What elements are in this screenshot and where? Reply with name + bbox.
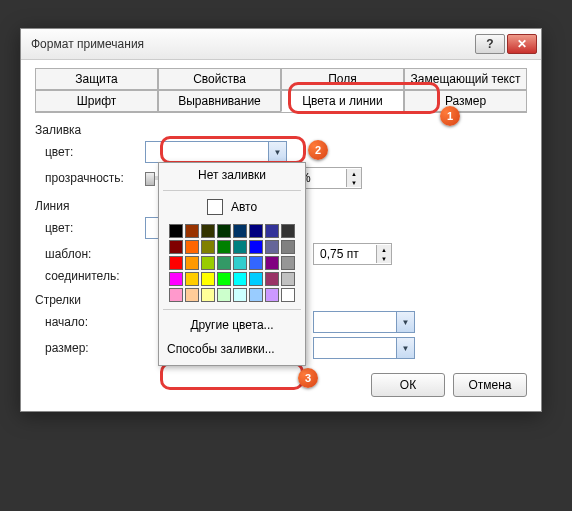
color-swatch[interactable] xyxy=(265,272,279,286)
color-swatch[interactable] xyxy=(201,272,215,286)
chevron-down-icon: ▼ xyxy=(396,338,414,358)
color-swatch[interactable] xyxy=(169,240,183,254)
color-swatch[interactable] xyxy=(217,272,231,286)
color-swatch[interactable] xyxy=(201,240,215,254)
close-button[interactable]: ✕ xyxy=(507,34,537,54)
tab-alt-text[interactable]: Замещающий текст xyxy=(404,68,527,90)
window-title: Формат примечания xyxy=(31,37,473,51)
spin-up-icon[interactable]: ▲ xyxy=(377,245,391,254)
cancel-button[interactable]: Отмена xyxy=(453,373,527,397)
color-swatch[interactable] xyxy=(217,240,231,254)
color-swatch[interactable] xyxy=(265,224,279,238)
chevron-down-icon: ▼ xyxy=(268,142,286,162)
color-swatch[interactable] xyxy=(233,256,247,270)
transparency-label: прозрачность: xyxy=(35,171,145,185)
tab-margins[interactable]: Поля xyxy=(281,68,404,90)
auto-color-item[interactable]: Авто xyxy=(159,194,305,220)
callout-badge-3: 3 xyxy=(298,368,318,388)
titlebar[interactable]: Формат примечания ? ✕ xyxy=(21,29,541,60)
color-swatch[interactable] xyxy=(249,224,263,238)
more-colors-item[interactable]: Другие цвета... xyxy=(159,313,305,337)
fill-effects-item[interactable]: Способы заливки... xyxy=(159,337,305,361)
color-swatch[interactable] xyxy=(281,288,295,302)
color-swatch[interactable] xyxy=(185,288,199,302)
slider-thumb[interactable] xyxy=(145,172,155,186)
dialog-footer: ОК Отмена xyxy=(35,373,527,397)
fill-color-label: цвет: xyxy=(35,145,145,159)
arrow-end-size-dropdown[interactable]: ▼ xyxy=(313,337,415,359)
color-swatch[interactable] xyxy=(249,256,263,270)
tab-font[interactable]: Шрифт xyxy=(35,90,158,112)
spin-up-icon[interactable]: ▲ xyxy=(347,169,361,178)
callout-badge-2: 2 xyxy=(308,140,328,160)
color-swatch[interactable] xyxy=(201,256,215,270)
no-fill-item[interactable]: Нет заливки xyxy=(159,163,305,187)
color-swatch[interactable] xyxy=(185,240,199,254)
line-color-label: цвет: xyxy=(35,221,145,235)
color-palette xyxy=(159,220,305,306)
tab-properties[interactable]: Свойства xyxy=(158,68,281,90)
color-swatch[interactable] xyxy=(217,224,231,238)
ok-button[interactable]: ОК xyxy=(371,373,445,397)
color-swatch[interactable] xyxy=(249,240,263,254)
help-button[interactable]: ? xyxy=(475,34,505,54)
template-label: шаблон: xyxy=(35,247,145,261)
tab-protection[interactable]: Защита xyxy=(35,68,158,90)
color-swatch[interactable] xyxy=(217,256,231,270)
fill-color-dropdown[interactable]: ▼ xyxy=(145,141,287,163)
connector-label: соединитель: xyxy=(35,269,145,283)
auto-swatch-icon xyxy=(207,199,223,215)
color-swatch[interactable] xyxy=(169,224,183,238)
tab-alignment[interactable]: Выравнивание xyxy=(158,90,281,112)
color-swatch[interactable] xyxy=(233,240,247,254)
color-swatch[interactable] xyxy=(233,272,247,286)
chevron-down-icon: ▼ xyxy=(396,312,414,332)
color-swatch[interactable] xyxy=(201,224,215,238)
color-swatch[interactable] xyxy=(185,272,199,286)
line-weight-spinner[interactable]: 0,75 пт ▲▼ xyxy=(313,243,392,265)
color-swatch[interactable] xyxy=(169,272,183,286)
color-swatch[interactable] xyxy=(281,256,295,270)
arrow-begin-label: начало: xyxy=(35,315,145,329)
color-swatch[interactable] xyxy=(217,288,231,302)
color-swatch[interactable] xyxy=(233,288,247,302)
spin-down-icon[interactable]: ▼ xyxy=(377,254,391,263)
callout-badge-1: 1 xyxy=(440,106,460,126)
spin-down-icon[interactable]: ▼ xyxy=(347,178,361,187)
arrow-end-dropdown[interactable]: ▼ xyxy=(313,311,415,333)
line-weight-value: 0,75 пт xyxy=(314,247,376,261)
color-swatch[interactable] xyxy=(265,256,279,270)
color-swatch[interactable] xyxy=(281,224,295,238)
arrow-size-label: размер: xyxy=(35,341,145,355)
color-swatch[interactable] xyxy=(169,256,183,270)
color-swatch[interactable] xyxy=(249,272,263,286)
color-swatch[interactable] xyxy=(185,256,199,270)
color-swatch[interactable] xyxy=(265,240,279,254)
tab-colors-lines[interactable]: Цвета и линии xyxy=(281,90,404,112)
color-swatch[interactable] xyxy=(249,288,263,302)
color-swatch[interactable] xyxy=(281,272,295,286)
color-swatch[interactable] xyxy=(281,240,295,254)
color-swatch[interactable] xyxy=(169,288,183,302)
tab-size[interactable]: Размер xyxy=(404,90,527,112)
color-swatch[interactable] xyxy=(233,224,247,238)
color-swatch[interactable] xyxy=(185,224,199,238)
color-swatch[interactable] xyxy=(201,288,215,302)
color-swatch[interactable] xyxy=(265,288,279,302)
fill-color-popup: Нет заливки Авто Другие цвета... Способы… xyxy=(158,162,306,366)
